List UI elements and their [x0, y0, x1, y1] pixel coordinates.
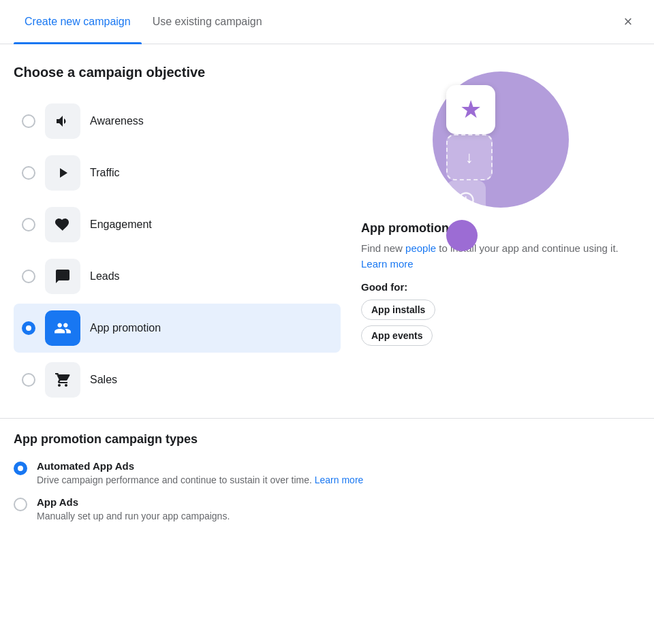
awareness-label: Awareness	[90, 115, 144, 127]
automated-learn-more[interactable]: Learn more	[315, 474, 364, 485]
detail-description: Find new people to install your app and …	[361, 241, 640, 272]
left-panel: Choose a campaign objective Awareness	[14, 65, 341, 404]
tile-circle	[446, 220, 478, 251]
automated-desc-text: Drive campaign performance and continue …	[37, 474, 315, 485]
sales-label: Sales	[90, 374, 117, 386]
campaign-type-automated[interactable]: Automated App Ads Drive campaign perform…	[14, 460, 640, 485]
learn-more-link[interactable]: Learn more	[361, 258, 414, 270]
traffic-icon-box	[45, 155, 80, 191]
awareness-icon	[54, 113, 71, 129]
radio-inner-app-promotion	[26, 325, 31, 331]
automated-type-name: Automated App Ads	[37, 460, 363, 472]
radio-app-promotion	[22, 321, 35, 335]
objective-item-engagement[interactable]: Engagement	[14, 200, 341, 249]
tab-use-existing[interactable]: Use existing campaign	[142, 0, 273, 44]
app-promotion-icon-box	[45, 310, 80, 346]
detail-title: App promotion	[361, 221, 640, 236]
download-arrow-icon: ↓	[465, 148, 473, 167]
objective-item-app-promotion[interactable]: App promotion	[14, 304, 341, 353]
main-content: Choose a campaign objective Awareness	[0, 44, 654, 418]
radio-leads	[22, 270, 35, 283]
tab-header: Create new campaign Use existing campaig…	[0, 0, 654, 44]
engagement-icon	[54, 216, 71, 233]
radio-sales	[22, 373, 35, 387]
traffic-icon	[54, 165, 71, 181]
manual-type-desc: Manually set up and run your app campaig…	[37, 511, 230, 521]
objective-list: Awareness Traffic	[14, 97, 341, 404]
objective-item-sales[interactable]: Sales	[14, 355, 341, 404]
people-link[interactable]: people	[405, 242, 436, 254]
illustration-tiles: ★ ↓	[446, 85, 555, 194]
manual-type-text: App Ads Manually set up and run your app…	[37, 496, 230, 521]
radio-awareness	[22, 114, 35, 128]
radio-engagement	[22, 218, 35, 231]
tile-clock	[446, 180, 486, 220]
engagement-label: Engagement	[90, 219, 152, 231]
automated-type-desc: Drive campaign performance and continue …	[37, 474, 363, 485]
sales-icon	[54, 372, 71, 388]
star-icon: ★	[460, 95, 482, 124]
awareness-icon-box	[45, 103, 80, 139]
leads-label: Leads	[90, 270, 120, 283]
tile-rect	[446, 251, 480, 272]
tab-create-new[interactable]: Create new campaign	[14, 0, 142, 44]
close-button[interactable]: ×	[616, 10, 640, 34]
campaign-types-title: App promotion campaign types	[14, 432, 640, 447]
good-for-title: Good for:	[361, 281, 640, 293]
objective-item-leads[interactable]: Leads	[14, 252, 341, 301]
badge-app-events: App events	[361, 325, 433, 346]
radio-inner-automated	[18, 466, 23, 471]
radio-traffic	[22, 166, 35, 180]
badge-app-installs: App installs	[361, 300, 435, 320]
radio-manual	[14, 498, 27, 511]
clock-icon	[456, 191, 476, 210]
right-panel: ★ ↓ App promotion	[361, 65, 640, 404]
modal-container: Create new campaign Use existing campaig…	[0, 0, 654, 553]
manual-type-name: App Ads	[37, 496, 230, 508]
traffic-label: Traffic	[90, 167, 120, 179]
desc-part1: Find new	[361, 242, 405, 254]
app-promotion-label: App promotion	[90, 322, 161, 334]
app-promotion-icon	[54, 319, 72, 337]
objective-item-traffic[interactable]: Traffic	[14, 148, 341, 197]
engagement-icon-box	[45, 207, 80, 242]
objective-item-awareness[interactable]: Awareness	[14, 97, 341, 146]
leads-icon	[54, 268, 71, 285]
sales-icon-box	[45, 362, 80, 398]
badges-container: App installs App events	[361, 300, 640, 346]
campaign-type-manual[interactable]: App Ads Manually set up and run your app…	[14, 496, 640, 521]
tile-download: ↓	[446, 134, 493, 180]
bottom-section: App promotion campaign types Automated A…	[0, 418, 654, 553]
leads-icon-box	[45, 259, 80, 294]
automated-type-text: Automated App Ads Drive campaign perform…	[37, 460, 363, 485]
section-title: Choose a campaign objective	[14, 65, 341, 80]
tile-star: ★	[446, 85, 495, 134]
radio-automated	[14, 462, 27, 475]
app-promotion-illustration: ★ ↓	[433, 71, 569, 208]
